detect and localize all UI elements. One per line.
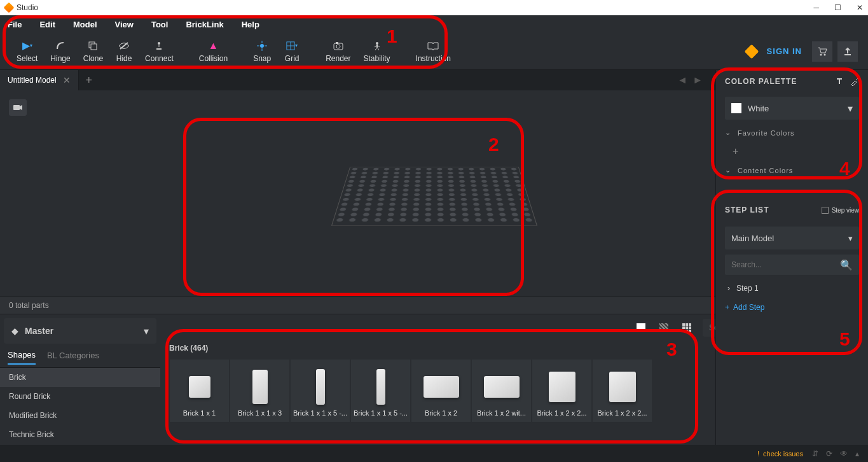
footer-close-icon[interactable]: ▴ [855,449,859,458]
svg-point-146 [425,198,431,201]
tool-hide[interactable]: Hide [109,38,139,66]
step-item-1[interactable]: › Step 1 [716,279,868,298]
bricklink-icon [744,44,759,59]
tool-render[interactable]: Render [319,38,357,66]
svg-point-194 [425,213,431,216]
tool-hinge[interactable]: Hinge [44,38,76,66]
part-cell[interactable]: Brick 1 x 2 [411,359,471,423]
parts-tab-shapes[interactable]: Shapes [8,350,36,365]
toolbar-container: ▶▾ Select Hinge Clone Hide Connect ▲ Col… [0,33,868,70]
svg-point-49 [415,172,421,174]
part-cell[interactable]: Brick 1 x 2 x 2... [592,359,652,423]
part-cell[interactable]: Brick 1 x 1 [169,359,230,423]
svg-point-17 [376,42,378,45]
shape-brick[interactable]: Brick [0,368,160,387]
document-tab[interactable]: Untitled Model ✕ [0,70,79,90]
reset-color-icon[interactable] [835,77,844,86]
tool-clone[interactable]: Clone [77,38,109,66]
eyedropper-icon[interactable] [850,77,859,86]
svg-point-24 [824,53,826,55]
color-selector[interactable]: White ▾ [725,97,859,120]
add-step-button[interactable]: + Add Step [716,298,868,317]
shape-modified-brick[interactable]: Modified Brick [0,406,160,425]
chevron-down-icon: ▾ [848,102,853,115]
tool-select[interactable]: ▶▾ Select [10,38,44,66]
menu-file[interactable]: File [8,20,22,29]
svg-point-206 [374,218,381,221]
shape-technic-brick[interactable]: Technic Brick [0,425,160,444]
model-selector[interactable]: Main Model ▾ [725,227,859,249]
svg-point-126 [378,193,385,197]
svg-point-154 [519,198,526,201]
svg-point-47 [394,172,399,174]
parts-tab-categories[interactable]: BL Categories [47,351,99,364]
tab-prev-icon[interactable]: ◄ [677,74,687,86]
svg-point-42 [511,168,516,171]
cart-button[interactable] [812,41,832,62]
maximize-button[interactable]: ☐ [834,3,841,12]
shape-round-brick[interactable]: Round Brick [0,387,160,406]
svg-point-87 [481,180,486,183]
view-grid-icon[interactable] [681,322,692,333]
part-cell[interactable]: Brick 1 x 1 x 3 [230,359,290,423]
svg-point-153 [507,198,514,201]
svg-point-210 [425,218,431,221]
svg-point-197 [462,213,468,216]
tool-grid[interactable]: ▾ Grid [277,38,307,66]
favorite-colors-section[interactable]: ⌄ Favorite Colors [716,123,868,142]
svg-point-15 [336,45,340,48]
svg-point-51 [437,172,443,174]
svg-point-151 [484,198,490,201]
master-selector[interactable]: ◆ Master ▾ [4,318,156,344]
svg-point-44 [361,172,367,174]
svg-point-208 [399,218,406,221]
svg-point-140 [354,198,361,201]
part-cell[interactable]: Brick 1 x 2 x 2... [532,359,592,423]
tool-snap[interactable]: Snap [247,38,277,66]
footer-refresh-icon[interactable]: ⟳ [826,449,832,458]
svg-point-3 [158,42,160,45]
tool-instruction[interactable]: Instruction [410,38,457,66]
svg-point-28 [362,168,368,171]
step-view-toggle[interactable]: Step view [822,207,859,214]
svg-point-115 [437,188,443,191]
footer-collapse-icon[interactable]: ⇵ [812,449,818,458]
svg-point-34 [426,168,431,171]
svg-point-195 [437,213,443,216]
signin-link[interactable]: SIGN IN [767,46,802,56]
minimize-button[interactable]: ─ [813,3,819,12]
menu-bricklink[interactable]: BrickLink [186,20,223,29]
search-icon[interactable]: 🔍 [840,259,853,271]
tab-close-icon[interactable]: ✕ [63,75,71,85]
close-window-button[interactable]: ✕ [857,3,863,12]
svg-point-133 [460,193,466,197]
step-search-input[interactable] [731,260,840,269]
view-white-icon[interactable] [635,322,647,333]
tool-connect[interactable]: Connect [139,38,180,66]
tab-add-button[interactable]: + [79,70,99,90]
view-outline-icon[interactable] [658,322,670,333]
part-cell[interactable]: Brick 1 x 1 x 5 -... [290,359,350,423]
menu-help[interactable]: Help [242,20,259,29]
menu-model[interactable]: Model [73,20,97,29]
menu-tool[interactable]: Tool [151,20,168,29]
upload-button[interactable] [837,41,858,62]
camera-button[interactable] [9,99,27,116]
tool-collision[interactable]: ▲ Collision [193,38,234,66]
tab-next-icon[interactable]: ► [692,74,703,86]
svg-point-30 [383,168,389,171]
svg-point-171 [339,207,346,211]
baseplate-grid [320,165,548,229]
svg-point-177 [413,207,419,211]
svg-point-81 [415,180,420,183]
check-issues-button[interactable]: ! check issues [757,450,803,458]
svg-point-71 [480,176,486,178]
footer-bar: ! check issues ⇵ ⟳ 👁 ▴ [0,445,868,462]
svg-point-41 [500,168,506,171]
part-cell[interactable]: Brick 1 x 1 x 5 -... [350,359,411,423]
part-cell[interactable]: Brick 1 x 2 wit... [471,359,532,423]
menu-view[interactable]: View [115,20,134,29]
menu-edit[interactable]: Edit [39,20,55,29]
footer-hide-icon[interactable]: 👁 [840,449,848,458]
window-titlebar: Studio ─ ☐ ✕ [0,0,868,15]
